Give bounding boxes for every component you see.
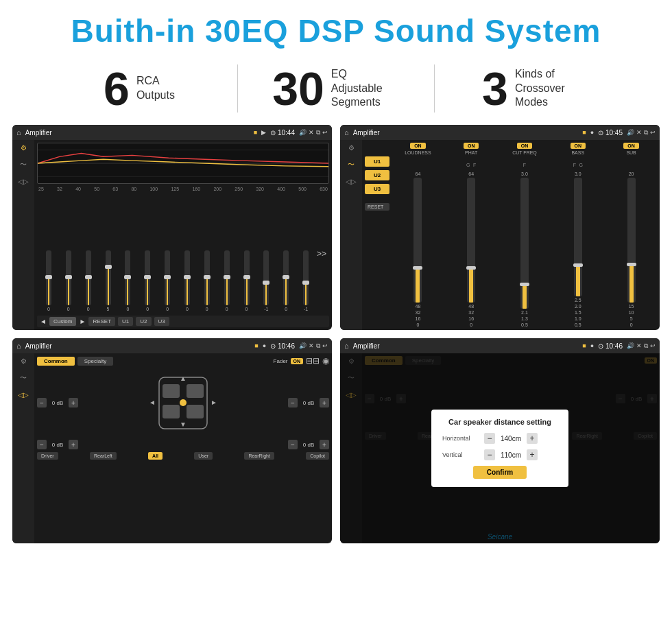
eq-wave-icon[interactable]: 〜 — [20, 160, 27, 169]
seat-user-btn[interactable]: User — [194, 452, 213, 460]
eq-prev-btn[interactable]: ◄ — [40, 318, 47, 325]
vol-plus-tl[interactable]: + — [69, 398, 78, 407]
eq-slider-1[interactable]: 0 — [40, 250, 58, 311]
eq-freq-500: 500 — [298, 187, 307, 191]
dialog-vertical-minus[interactable]: − — [484, 449, 495, 460]
sub-toggle[interactable]: ON — [623, 143, 639, 149]
fader-volume-icon[interactable]: ◁▷ — [18, 391, 29, 399]
crossover-reset-area: RESET — [365, 203, 389, 211]
crossover-wave-icon[interactable]: 〜 — [348, 160, 355, 169]
crossover-reset-btn[interactable]: RESET — [365, 203, 389, 211]
fader-filter-icon[interactable]: ⚙ — [21, 357, 27, 365]
eq-freq-50: 50 — [94, 187, 99, 191]
stat-crossover-label: Kinds ofCrossover Modes — [515, 67, 584, 110]
eq-slider-12[interactable]: -1 — [257, 250, 275, 311]
eq-slider-7[interactable]: 0 — [158, 250, 176, 311]
fader-tab-specialty[interactable]: Specialty — [77, 357, 113, 366]
seat-all-btn[interactable]: All — [148, 452, 163, 460]
screen-fader-icons: 🔊 ✕ ⧉ ↩ — [299, 342, 328, 350]
window-icon-4: ⧉ — [644, 342, 648, 350]
eq-slider-3[interactable]: 0 — [80, 250, 97, 311]
preset-u3-btn[interactable]: U3 — [365, 184, 389, 194]
svg-rect-7 — [187, 405, 204, 418]
eq-u2-btn[interactable]: U2 — [136, 317, 151, 326]
crossover-layout: U1 U2 U3 RESET ON LOUDNESS — [362, 140, 660, 330]
dist-dot-icon: ● — [590, 342, 594, 349]
screen-fader-bar: ⌂ Amplifier ■ ● ⊙ 10:46 🔊 ✕ ⧉ ↩ — [12, 338, 332, 353]
vol-plus-bl[interactable]: + — [69, 440, 78, 449]
eq-u3-btn[interactable]: U3 — [154, 317, 169, 326]
loudness-label: LOUDNESS — [405, 150, 431, 155]
screen-fader-time: ⊙ 10:46 — [270, 342, 295, 350]
dialog-vertical-ctrl: − 110cm + — [484, 449, 538, 460]
eq-next-btn[interactable]: ► — [79, 318, 86, 325]
dialog-horizontal-plus[interactable]: + — [527, 433, 538, 444]
eq-more-icon[interactable]: >> — [317, 249, 326, 259]
vol-minus-tr[interactable]: − — [288, 398, 298, 407]
eq-filter-icon[interactable]: ⚙ — [21, 144, 27, 152]
crossover-presets: U1 U2 U3 RESET — [365, 143, 389, 327]
eq-record-icon: ■ — [254, 129, 257, 136]
bass-toggle[interactable]: ON — [571, 143, 586, 149]
crossover-channels: ON LOUDNESS ON PHAT ON CUT FREQ — [392, 143, 657, 327]
vol-plus-tr[interactable]: + — [320, 398, 329, 407]
eq-slider-6[interactable]: 0 — [139, 250, 156, 311]
eq-slider-8[interactable]: 0 — [178, 250, 196, 311]
svg-point-8 — [180, 399, 187, 406]
crossover-filter-icon[interactable]: ⚙ — [348, 144, 355, 152]
crossover-volume-icon[interactable]: ◁▷ — [346, 178, 357, 185]
eq-custom-btn[interactable]: Custom — [49, 317, 77, 326]
screen-crossover-content: ⚙ 〜 ◁▷ U1 U2 U3 RESET — [340, 140, 660, 330]
vol-control-tl: − 0 dB + — [37, 398, 78, 407]
stat-rca-number: 6 — [104, 65, 130, 112]
fader-header: Common Specialty Fader ON ⊟⊟ ◉ — [37, 356, 329, 366]
loudness-toggle[interactable]: ON — [410, 143, 426, 149]
fader-tab-common[interactable]: Common — [37, 357, 75, 366]
eq-u1-btn[interactable]: U1 — [118, 317, 133, 326]
screen-eq-time: ⊙ 10:44 — [270, 129, 295, 137]
screen-fader-title: Amplifier — [25, 342, 251, 350]
eq-freq-80: 80 — [131, 187, 136, 191]
vol-minus-br[interactable]: − — [288, 440, 298, 449]
seat-rearleft-btn[interactable]: RearLeft — [90, 452, 117, 460]
fader-on-toggle[interactable]: ON — [291, 358, 304, 364]
eq-slider-13[interactable]: 0 — [277, 250, 295, 311]
vol-value-tl: 0 dB — [48, 400, 67, 406]
screen-eq-icons: 🔊 ✕ ⧉ ↩ — [299, 129, 328, 137]
stat-eq-number: 30 — [272, 65, 324, 112]
eq-volume-icon[interactable]: ◁▷ — [18, 178, 29, 185]
eq-slider-14[interactable]: -1 — [297, 250, 315, 311]
eq-slider-9[interactable]: 0 — [198, 250, 216, 311]
vol-plus-br[interactable]: + — [320, 440, 329, 449]
back-icon: ↩ — [322, 129, 328, 137]
stat-eq: 30 EQ AdjustableSegments — [238, 65, 434, 112]
preset-u1-btn[interactable]: U1 — [365, 156, 389, 167]
seat-copilot-btn[interactable]: Copilot — [306, 452, 329, 460]
eq-slider-11[interactable]: 0 — [238, 250, 256, 311]
vol-row-2: − 0 dB + − 0 dB + — [37, 440, 329, 449]
eq-slider-5[interactable]: 0 — [119, 250, 136, 311]
eq-slider-4[interactable]: 5 — [99, 250, 117, 311]
screen-crossover-bar: ⌂ Amplifier ■ ● ⊙ 10:45 🔊 ✕ ⧉ ↩ — [340, 125, 660, 140]
vol-minus-tl[interactable]: − — [37, 398, 47, 407]
home-icon-2: ⌂ — [344, 128, 349, 137]
phat-toggle[interactable]: ON — [464, 143, 479, 149]
screen-fader-content: ⚙ 〜 ◁▷ Common Specialty Fader ON ⊟⊟ ◉ — [12, 353, 332, 543]
seat-rearright-btn[interactable]: RearRight — [244, 452, 274, 460]
eq-reset-btn[interactable]: RESET — [88, 317, 115, 326]
fader-wave-icon[interactable]: 〜 — [20, 373, 27, 383]
speaker-icon-4: 🔊 — [627, 342, 634, 350]
phat-label: PHAT — [465, 150, 477, 155]
eq-slider-10[interactable]: 0 — [218, 250, 236, 311]
dialog-vertical-plus[interactable]: + — [527, 449, 538, 460]
eq-slider-2[interactable]: 0 — [60, 250, 77, 311]
dialog-confirm-btn[interactable]: Confirm — [473, 466, 527, 479]
vol-minus-bl[interactable]: − — [37, 440, 47, 449]
dialog-horizontal-minus[interactable]: − — [484, 433, 495, 444]
fader-avatar-icon: ◉ — [322, 356, 329, 366]
screen-crossover: ⌂ Amplifier ■ ● ⊙ 10:45 🔊 ✕ ⧉ ↩ ⚙ 〜 ◁▷ — [340, 125, 660, 330]
seat-driver-btn[interactable]: Driver — [37, 452, 58, 460]
cutfreq-toggle[interactable]: ON — [517, 143, 533, 149]
dialog-horizontal-ctrl: − 140cm + — [484, 433, 538, 444]
preset-u2-btn[interactable]: U2 — [365, 170, 389, 180]
